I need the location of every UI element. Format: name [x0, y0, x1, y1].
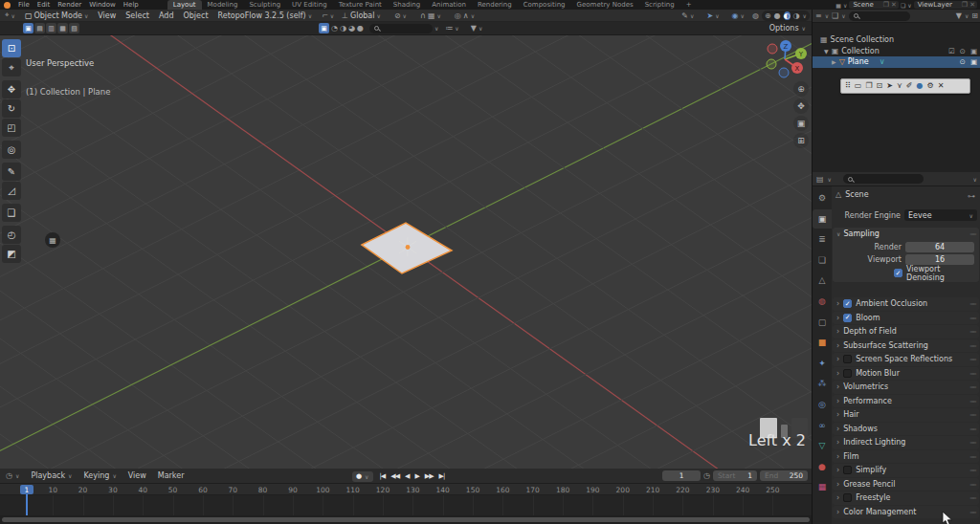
measure-tool[interactable]: ◿: [2, 182, 21, 200]
expand-arrow-icon[interactable]: ▼: [824, 48, 829, 55]
timeline-ruler[interactable]: 1 10203040506070809010011012013014015016…: [0, 484, 812, 495]
drag-handle-icon[interactable]: ══: [970, 398, 975, 404]
view-object-types-dropdown[interactable]: ≔∨: [440, 24, 463, 33]
tab-constraints[interactable]: ∞: [813, 416, 832, 435]
scene-selector[interactable]: Scene ❐ ✕: [849, 1, 899, 9]
eye-icon[interactable]: ⊙: [960, 47, 966, 55]
workspace-tab-animation[interactable]: Animation: [426, 0, 472, 10]
pen-icon[interactable]: ✐: [906, 82, 913, 90]
outliner-search-input[interactable]: [849, 11, 910, 21]
timeline-editor-type-button[interactable]: ◷∨: [0, 471, 25, 480]
gizmo-neg-x-axis[interactable]: [768, 44, 777, 54]
chevron-down-icon[interactable]: ∨: [841, 12, 845, 19]
eye-icon[interactable]: ⊙: [960, 57, 966, 66]
drag-handle-icon[interactable]: ══: [970, 370, 975, 377]
section-depth-of-field[interactable]: ›Depth of Field══: [833, 325, 979, 338]
play-button[interactable]: ▶: [413, 472, 419, 480]
menu-render[interactable]: Render: [54, 1, 85, 9]
sampling-panel-header[interactable]: ∨ Sampling ══: [833, 228, 979, 240]
tab-render[interactable]: ▣: [813, 209, 832, 229]
material-shading-icon[interactable]: ◐: [784, 11, 791, 20]
chevron-down-icon[interactable]: ∨: [965, 12, 969, 19]
mode-icon-button[interactable]: ▣: [319, 23, 329, 33]
addon-tool-2-tool[interactable]: ◩: [2, 245, 21, 263]
menu-file[interactable]: File: [14, 1, 33, 9]
sphere-option-icon[interactable]: ◑: [340, 24, 346, 33]
toggle-ortho-icon[interactable]: ⊞: [793, 133, 809, 148]
navigation-gizmo[interactable]: Z Y X: [760, 35, 810, 84]
section-checkbox[interactable]: [843, 493, 852, 502]
gizmo-neg-z-axis[interactable]: [779, 68, 789, 77]
drag-handle-icon[interactable]: ══: [970, 315, 975, 321]
next-keyframe-button[interactable]: ▶▶: [424, 472, 434, 480]
drag-handle-icon[interactable]: ══: [970, 481, 975, 488]
section-checkbox[interactable]: [843, 466, 852, 474]
menu-window[interactable]: Window: [85, 1, 120, 9]
cursor-tool[interactable]: ⌖: [2, 58, 21, 76]
drag-handle-icon[interactable]: ══: [970, 509, 975, 515]
clamp-icon[interactable]: ⋎: [897, 82, 902, 90]
drag-handle-icon[interactable]: ══: [970, 328, 975, 335]
workspace-tab-shading[interactable]: Shading: [388, 0, 426, 10]
section-volumetrics[interactable]: ›Volumetrics══: [833, 381, 979, 394]
jump-to-start-button[interactable]: |◀: [379, 472, 387, 480]
viewport-denoising-checkbox[interactable]: ✓: [894, 269, 902, 277]
section-checkbox[interactable]: [843, 355, 852, 363]
current-frame-badge[interactable]: 1: [20, 485, 33, 494]
drag-handle-icon[interactable]: ══: [970, 356, 975, 362]
section-freestyle[interactable]: ›Freestyle══: [833, 491, 979, 505]
tab-material[interactable]: ●: [813, 457, 832, 476]
frame-end-field[interactable]: End250: [760, 470, 808, 481]
outliner-row-plane[interactable]: ▶ ▽ Plane ∨ ⊙ ▣: [813, 56, 980, 68]
tab-tool[interactable]: ⚙: [813, 188, 832, 207]
viewport-menu-select[interactable]: Select: [121, 11, 154, 20]
play-reverse-button[interactable]: ◀: [404, 472, 410, 480]
drag-handle-icon[interactable]: ══: [970, 467, 975, 473]
chevron-down-icon[interactable]: ∨: [828, 176, 832, 183]
chevron-down-icon[interactable]: ∨: [825, 12, 829, 19]
workspace-tab-scripting[interactable]: Scripting: [639, 0, 680, 10]
playhead[interactable]: [26, 493, 28, 515]
blender-logo-icon[interactable]: [4, 2, 11, 9]
select-subtract-button[interactable]: ▥: [46, 23, 56, 33]
select-set-button[interactable]: ▣: [23, 23, 33, 33]
select-extend-button[interactable]: ▤: [34, 23, 45, 33]
chevron-down-icon[interactable]: ∨: [434, 25, 438, 32]
overlays-dropdown[interactable]: ◉∨: [727, 11, 749, 20]
add-cube-tool[interactable]: ❑: [2, 204, 21, 222]
workspace-tab-rendering[interactable]: Rendering: [472, 0, 518, 10]
drag-handle-icon[interactable]: ══: [970, 300, 975, 307]
cursor-icon[interactable]: ➤: [886, 82, 893, 90]
timeline-menu-playback[interactable]: Playback∨: [25, 471, 78, 480]
search-input[interactable]: [369, 24, 433, 33]
snap-toggle[interactable]: ∩▦∨: [415, 11, 446, 20]
stopwatch-icon[interactable]: ◷: [703, 471, 710, 480]
viewport-menu-add[interactable]: Add: [154, 11, 179, 20]
timeline-menu-keying[interactable]: Keying∨: [78, 471, 122, 480]
tab-object-data[interactable]: ▽: [813, 436, 832, 455]
grip-icon[interactable]: ⠿: [845, 82, 851, 90]
section-shadows[interactable]: ›Shadows══: [833, 423, 979, 436]
section-hair[interactable]: ›Hair══: [833, 408, 979, 422]
tab-texture[interactable]: ▦: [813, 477, 832, 496]
properties-search-input[interactable]: [843, 174, 924, 184]
pin-icon[interactable]: ⊶: [968, 192, 975, 201]
window-icon[interactable]: ▭: [855, 82, 862, 90]
render-engine-dropdown[interactable]: Eevee∨: [904, 209, 977, 221]
sphere-option-icon[interactable]: ◔: [331, 24, 338, 33]
pan-hand-icon[interactable]: ✥: [793, 98, 809, 114]
tab-view-layer[interactable]: ❏: [813, 251, 832, 270]
section-ambient-occlusion[interactable]: ›✓Ambient Occlusion══: [833, 297, 979, 311]
options-dropdown[interactable]: Options∨: [769, 24, 806, 33]
properties-editor-icon[interactable]: ▤: [816, 175, 824, 184]
sphere-option-icon[interactable]: ●: [357, 24, 364, 33]
section-bloom[interactable]: ›✓Bloom══: [833, 312, 979, 325]
pivot-dropdown[interactable]: ⊘∨: [390, 11, 412, 20]
render-camera-icon[interactable]: ▣: [970, 57, 977, 66]
copy-icon[interactable]: ❐: [883, 1, 889, 9]
section-screen-space-reflections[interactable]: ›Screen Space Reflections══: [833, 353, 979, 366]
timeline-menu-marker[interactable]: Marker: [152, 471, 190, 480]
editor-type-button[interactable]: ⌖∨: [0, 11, 20, 20]
section-motion-blur[interactable]: ›Motion Blur══: [833, 367, 979, 381]
drag-handle-icon[interactable]: ══: [970, 230, 975, 237]
